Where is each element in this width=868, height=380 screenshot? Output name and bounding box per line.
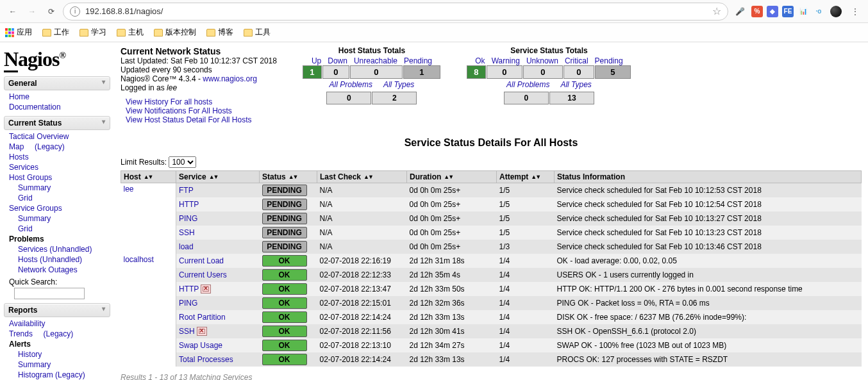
profile-avatar[interactable] <box>828 4 844 19</box>
cns-link[interactable]: View History For all hosts <box>126 97 277 106</box>
bookmark-item[interactable]: 版本控制 <box>154 27 196 38</box>
st-all-types-value[interactable]: 13 <box>549 92 594 104</box>
ht-all-problems-label[interactable]: All Problems <box>324 80 378 89</box>
bookmark-star-icon[interactable]: ☆ <box>712 5 721 17</box>
ht-all-types-label[interactable]: All Types <box>378 80 419 89</box>
nav-back-button[interactable]: ← <box>5 4 21 19</box>
nav-item[interactable]: Hosts (Unhandled) <box>9 254 110 265</box>
service-link[interactable]: FTP <box>179 186 194 195</box>
bookmarks-apps[interactable]: 应用 <box>5 27 32 38</box>
nav-item[interactable]: Grid <box>9 224 110 234</box>
limit-select[interactable]: 100 <box>169 156 196 168</box>
col-header[interactable]: Status Information <box>555 171 862 183</box>
ht-header[interactable]: Unreachable <box>351 56 401 65</box>
nav-item[interactable]: Histogram (Legacy) <box>9 370 110 380</box>
st-all-problems-value[interactable]: 0 <box>504 92 549 104</box>
st-header[interactable]: Critical <box>562 56 592 65</box>
st-all-problems-label[interactable]: All Problems <box>501 80 555 89</box>
st-header[interactable]: Ok <box>472 56 488 65</box>
site-info-icon[interactable]: i <box>70 6 80 17</box>
service-link[interactable]: Current Load <box>179 256 224 265</box>
st-value[interactable]: 5 <box>595 65 631 79</box>
ext-icon-1[interactable]: % <box>751 6 763 17</box>
nav-section-current-status[interactable]: Current Status <box>4 116 110 130</box>
bookmark-item[interactable]: 主机 <box>117 27 144 38</box>
nav-item[interactable]: Hosts <box>9 152 110 162</box>
nav-item[interactable]: Availability <box>9 318 110 329</box>
ht-header[interactable]: Pending <box>401 56 435 65</box>
service-link[interactable]: HTTP <box>179 285 199 293</box>
cns-link[interactable]: View Host Status Detail For All Hosts <box>126 115 277 124</box>
ht-all-problems-value[interactable]: 0 <box>326 92 371 104</box>
nav-item[interactable]: History <box>9 349 110 359</box>
nav-item[interactable]: Summary <box>9 213 110 224</box>
ext-icon-5[interactable]: ·o <box>813 6 824 17</box>
service-link[interactable]: SSH <box>179 327 195 336</box>
ext-icon-4[interactable]: 📊 <box>797 6 809 17</box>
service-link[interactable]: Current Users <box>179 270 227 279</box>
mic-icon[interactable]: 🎤 <box>732 4 747 19</box>
st-value[interactable]: 0 <box>523 65 563 79</box>
service-link[interactable]: Root Partition <box>179 313 226 322</box>
nagios-org-link[interactable]: www.nagios.org <box>203 74 257 83</box>
bookmark-item[interactable]: 学习 <box>79 27 106 38</box>
ht-header[interactable]: Down <box>324 56 351 65</box>
nav-item[interactable]: Services <box>9 162 110 172</box>
browser-menu-icon[interactable]: ⋮ <box>847 4 863 19</box>
cns-link[interactable]: View Notifications For All Hosts <box>126 106 277 115</box>
ht-value[interactable]: 0 <box>322 65 349 79</box>
st-value[interactable]: 0 <box>487 65 522 79</box>
nav-item[interactable]: Summary <box>9 359 110 370</box>
ht-value[interactable]: 0 <box>350 65 403 79</box>
ext-icon-2[interactable]: ◆ <box>767 6 778 17</box>
nav-item[interactable]: Summary <box>9 183 110 193</box>
service-link[interactable]: Total Processes <box>179 355 233 364</box>
service-link[interactable]: PING <box>179 214 197 223</box>
nav-item[interactable]: Map (Legacy) <box>9 142 110 152</box>
nav-item[interactable]: Services (Unhandled) <box>9 244 110 254</box>
st-header[interactable]: Unknown <box>523 56 562 65</box>
quick-search-input[interactable] <box>14 288 85 299</box>
service-link[interactable]: SSH <box>179 228 195 237</box>
col-header[interactable]: Attempt▲▼ <box>497 171 555 183</box>
host-link[interactable]: localhost <box>124 255 154 264</box>
cell-duration: 0d 0h 0m 25s+ <box>407 183 497 198</box>
nav-item[interactable]: Grid <box>9 193 110 203</box>
service-link[interactable]: load <box>179 242 194 251</box>
service-link[interactable]: HTTP <box>179 200 199 209</box>
col-header[interactable]: Duration▲▼ <box>407 171 497 183</box>
st-header[interactable]: Warning <box>488 56 523 65</box>
col-header[interactable]: Service▲▼ <box>176 171 260 183</box>
nav-item[interactable]: Network Outages <box>9 265 110 275</box>
ht-header[interactable]: Up <box>308 56 324 65</box>
nav-item[interactable]: Trends (Legacy) <box>9 329 110 339</box>
nav-item[interactable]: Documentation <box>9 102 110 112</box>
st-header[interactable]: Pending <box>592 56 626 65</box>
nav-item[interactable]: Host Groups <box>9 172 110 183</box>
bookmark-item[interactable]: 博客 <box>206 27 233 38</box>
nav-item[interactable]: Service Groups <box>9 203 110 213</box>
st-value[interactable]: 0 <box>563 65 594 79</box>
col-header[interactable]: Status▲▼ <box>260 171 317 183</box>
col-header[interactable]: Host▲▼ <box>121 171 176 183</box>
ext-icon-3[interactable]: FE <box>782 6 794 17</box>
nav-item[interactable]: Home <box>9 92 110 102</box>
ht-all-types-value[interactable]: 2 <box>372 92 417 104</box>
ht-value[interactable]: 1 <box>303 65 322 79</box>
nav-section-reports[interactable]: Reports <box>4 303 110 317</box>
service-link[interactable]: PING <box>179 299 197 308</box>
nav-reload-button[interactable]: ⟳ <box>44 4 59 19</box>
st-all-types-label[interactable]: All Types <box>555 80 596 89</box>
host-link[interactable]: lee <box>124 185 134 194</box>
col-header[interactable]: Last Check▲▼ <box>317 171 407 183</box>
bookmark-item[interactable]: 工作 <box>42 27 69 38</box>
address-bar[interactable]: i 192.168.8.81/nagios/ ☆ <box>63 3 728 21</box>
nav-section-general[interactable]: General <box>4 76 110 90</box>
st-value[interactable]: 8 <box>467 65 486 79</box>
nav-forward-button[interactable]: → <box>24 4 40 19</box>
service-link[interactable]: Swap Usage <box>179 341 222 350</box>
nav-item[interactable]: Tactical Overview <box>9 131 110 142</box>
cell-host: localhost <box>121 254 176 268</box>
bookmark-item[interactable]: 工具 <box>244 27 271 38</box>
ht-value[interactable]: 1 <box>403 65 440 79</box>
